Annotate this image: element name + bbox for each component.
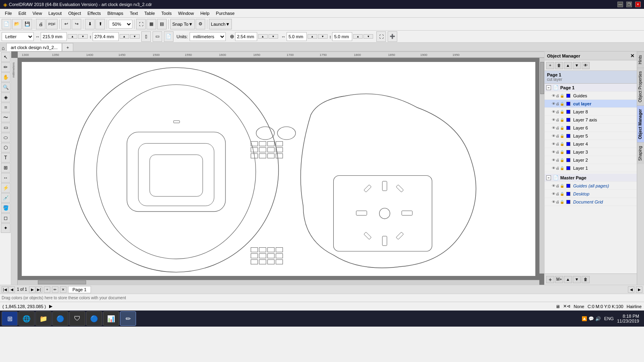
menu-table[interactable]: Table	[141, 10, 158, 16]
selection-mode-btn[interactable]: ⛶	[376, 31, 386, 42]
shaping-tab[interactable]: Shaping	[637, 142, 644, 164]
add-tab-btn[interactable]: +	[62, 43, 73, 51]
taskbar-ie[interactable]: 🌐	[19, 311, 35, 326]
shape-tool[interactable]: ◈	[1, 93, 10, 102]
launch-btn[interactable]: Launch ▼	[209, 19, 232, 29]
scroll-left-btn[interactable]: ◀	[628, 286, 634, 293]
home-tab-icon[interactable]: ⌂	[2, 45, 5, 51]
print-button[interactable]: 🖨	[36, 19, 45, 29]
layer-guides[interactable]: 👁 🖨 🔒 Guides	[545, 92, 637, 100]
layer-8[interactable]: 👁 🖨 🔒 Layer 8	[545, 108, 637, 116]
scroll-right-btn[interactable]: ▶	[636, 286, 642, 293]
om-dn-btn2[interactable]: ▼	[573, 276, 581, 283]
vsize-spin-up[interactable]: ▲	[353, 34, 363, 39]
table-tool[interactable]: ⊞	[1, 163, 10, 173]
hsize-input[interactable]	[287, 32, 307, 41]
portrait-btn[interactable]: ▯	[141, 31, 151, 42]
om-move-up-btn[interactable]: ▲	[564, 62, 572, 69]
menu-edit[interactable]: Edit	[15, 10, 29, 16]
last-page-btn[interactable]: ▶|	[36, 286, 42, 293]
menu-layout[interactable]: Layout	[45, 10, 65, 16]
om-show-btn[interactable]: 👁	[582, 62, 590, 69]
prev-page-btn[interactable]: ◀	[8, 286, 15, 293]
cutlayer-lock-icon[interactable]: 🔒	[560, 102, 564, 106]
options-btn[interactable]: ⚙	[196, 19, 205, 29]
taskbar-chrome1[interactable]: 🔵	[52, 311, 68, 326]
paper-size-select[interactable]: Letter A4	[2, 32, 34, 41]
freehand-tool[interactable]: ✏	[1, 62, 10, 72]
width-spin-up[interactable]: ▲	[68, 34, 77, 39]
om-up-btn2[interactable]: ▲	[564, 276, 572, 283]
crop-tool[interactable]: ⌗	[1, 103, 10, 112]
dimension-tool[interactable]: ↔	[1, 173, 10, 183]
guides-eye-icon[interactable]: 👁	[552, 94, 555, 98]
rect-tool[interactable]: ▭	[1, 123, 10, 132]
import-button[interactable]: ⬇	[85, 19, 95, 29]
vsize-spin-dn[interactable]: ▼	[363, 34, 373, 39]
menu-object[interactable]: Object	[65, 10, 84, 16]
taskbar-files[interactable]: 📁	[35, 311, 52, 326]
cutlayer-print-icon[interactable]: 🖨	[556, 102, 559, 106]
minimize-button[interactable]: —	[617, 2, 623, 7]
close-button[interactable]: ✕	[635, 2, 641, 7]
edit-page-btn[interactable]: ✏	[52, 286, 58, 293]
units-select[interactable]: millimeters inches	[190, 32, 226, 41]
nudge-input[interactable]	[235, 32, 257, 41]
layer-page1[interactable]: − 📄 Page 1	[545, 84, 637, 92]
page1-tab[interactable]: Page 1	[68, 286, 91, 293]
layer-1[interactable]: 👁 🖨 🔒 Layer 1	[545, 164, 637, 172]
zoom-select[interactable]: 50% 100% 200%	[109, 20, 132, 29]
coord-arrow[interactable]: ▶	[49, 304, 52, 309]
landscape-btn[interactable]: ▭	[153, 31, 162, 42]
text-tool[interactable]: T	[1, 153, 10, 162]
menu-window[interactable]: Window	[175, 10, 197, 16]
menu-view[interactable]: View	[29, 10, 45, 16]
pan-tool[interactable]: ✋	[1, 72, 10, 82]
hsize-spin-up[interactable]: ▲	[308, 34, 317, 39]
menu-bitmaps[interactable]: Bitmaps	[104, 10, 127, 16]
layer-masterpage[interactable]: − 📄 Master Page	[545, 174, 637, 182]
menu-help[interactable]: Help	[197, 10, 213, 16]
export-button[interactable]: ⬆	[95, 19, 105, 29]
obj-mgr-tab[interactable]: Object Manager	[637, 105, 644, 142]
title-bar-controls[interactable]: — ❐ ✕	[617, 2, 641, 7]
page-options-btn[interactable]: 📄	[164, 31, 173, 42]
width-input[interactable]	[41, 32, 67, 41]
view-mode1[interactable]: ▦	[147, 19, 156, 29]
cutlayer-eye-icon[interactable]: 👁	[552, 102, 555, 106]
select-tool[interactable]: ↖	[1, 52, 10, 62]
start-button[interactable]: ⊞	[2, 311, 18, 326]
layer-5[interactable]: 👁 🖨 🔒 Layer 5	[545, 132, 637, 140]
layer-desktop[interactable]: 👁 🖨 🔒 Desktop	[545, 190, 637, 198]
obj-props-tab[interactable]: Object Properties	[637, 68, 644, 105]
om-new-master-btn[interactable]: M+	[555, 276, 563, 283]
first-page-btn[interactable]: |◀	[2, 286, 8, 293]
taskbar-coreldraw[interactable]: ✏	[120, 311, 136, 326]
guides-lock-icon[interactable]: 🔒	[560, 94, 564, 98]
view-mode2[interactable]: ▤	[157, 19, 167, 29]
taskbar-chrome2[interactable]: 🔵	[86, 311, 102, 326]
fill-tool[interactable]: 🪣	[1, 203, 10, 213]
next-page-btn[interactable]: ▶	[29, 286, 35, 293]
om-move-dn-btn[interactable]: ▼	[573, 62, 581, 69]
scrollbar-right[interactable]	[539, 58, 544, 274]
hsize-spin-dn[interactable]: ▼	[318, 34, 328, 39]
ellipse-tool[interactable]: ⬭	[1, 133, 10, 142]
polygon-tool[interactable]: ⬡	[1, 143, 10, 152]
scroll-thumb-v[interactable]	[540, 62, 544, 94]
page1-expand[interactable]: −	[546, 85, 551, 90]
redo-button[interactable]: ↪	[72, 19, 81, 29]
scrollbar-bottom[interactable]	[18, 280, 539, 285]
taskbar-unknown1[interactable]: 🛡	[69, 311, 85, 326]
connector-tool[interactable]: ⚡	[1, 183, 10, 193]
layer-6[interactable]: 👁 🖨 🔒 Layer 6	[545, 124, 637, 132]
layer-4[interactable]: 👁 🖨 🔒 Layer 4	[545, 140, 637, 148]
hints-tab[interactable]: Hints	[637, 51, 644, 68]
layer-2[interactable]: 👁 🖨 🔒 Layer 2	[545, 156, 637, 164]
om-delete-btn[interactable]: 🗑	[555, 62, 563, 69]
outline-tool[interactable]: ◻	[1, 213, 10, 223]
zoom-tool[interactable]: 🔍	[1, 82, 10, 92]
layer-docgrid[interactable]: 👁 🖨 🔒 Document Grid	[545, 198, 637, 206]
add-page-btn[interactable]: ➕	[388, 31, 397, 42]
om-close-btn[interactable]: ✕	[630, 53, 634, 59]
